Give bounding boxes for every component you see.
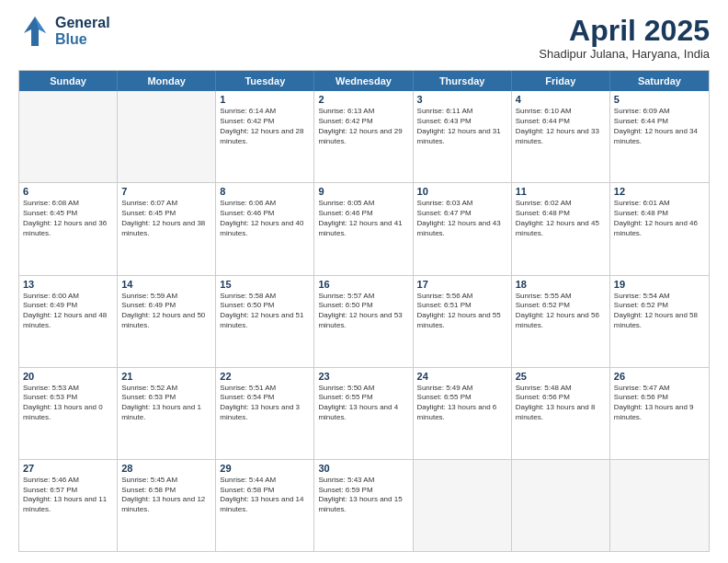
day-number: 22 bbox=[220, 371, 310, 382]
cell-info: Sunrise: 5:46 AM Sunset: 6:57 PM Dayligh… bbox=[23, 476, 113, 515]
day-number: 10 bbox=[417, 186, 507, 197]
cell-info: Sunrise: 6:14 AM Sunset: 6:42 PM Dayligh… bbox=[220, 107, 310, 146]
logo-general-text: General bbox=[55, 15, 110, 31]
cell-info: Sunrise: 6:06 AM Sunset: 6:46 PM Dayligh… bbox=[220, 199, 310, 238]
empty-cell bbox=[19, 91, 118, 182]
page: General Blue April 2025 Shadipur Julana,… bbox=[0, 0, 728, 563]
week-row-3: 13Sunrise: 6:00 AM Sunset: 6:49 PM Dayli… bbox=[19, 276, 709, 368]
calendar-subtitle: Shadipur Julana, Haryana, India bbox=[539, 47, 710, 61]
day-cell-2: 2Sunrise: 6:13 AM Sunset: 6:42 PM Daylig… bbox=[314, 91, 413, 182]
day-cell-7: 7Sunrise: 6:07 AM Sunset: 6:45 PM Daylig… bbox=[118, 183, 216, 274]
cell-info: Sunrise: 5:54 AM Sunset: 6:52 PM Dayligh… bbox=[614, 292, 705, 331]
day-number: 26 bbox=[614, 371, 705, 382]
logo-texts: General Blue bbox=[55, 15, 110, 47]
day-number: 23 bbox=[318, 371, 408, 382]
day-cell-13: 13Sunrise: 6:00 AM Sunset: 6:49 PM Dayli… bbox=[19, 276, 118, 367]
day-number: 13 bbox=[23, 279, 113, 290]
cell-info: Sunrise: 5:51 AM Sunset: 6:54 PM Dayligh… bbox=[220, 384, 310, 423]
day-cell-24: 24Sunrise: 5:49 AM Sunset: 6:55 PM Dayli… bbox=[414, 368, 512, 459]
day-number: 11 bbox=[516, 186, 606, 197]
cell-info: Sunrise: 5:58 AM Sunset: 6:50 PM Dayligh… bbox=[220, 292, 310, 331]
day-number: 28 bbox=[121, 463, 211, 474]
day-cell-17: 17Sunrise: 5:56 AM Sunset: 6:51 PM Dayli… bbox=[414, 276, 512, 367]
weekday-header-sunday: Sunday bbox=[19, 71, 118, 91]
day-number: 15 bbox=[220, 279, 310, 290]
day-cell-1: 1Sunrise: 6:14 AM Sunset: 6:42 PM Daylig… bbox=[216, 91, 314, 182]
cell-info: Sunrise: 6:10 AM Sunset: 6:44 PM Dayligh… bbox=[516, 107, 606, 146]
day-cell-28: 28Sunrise: 5:45 AM Sunset: 6:58 PM Dayli… bbox=[118, 460, 216, 551]
empty-cell bbox=[414, 460, 512, 551]
day-cell-27: 27Sunrise: 5:46 AM Sunset: 6:57 PM Dayli… bbox=[19, 460, 118, 551]
calendar: SundayMondayTuesdayWednesdayThursdayFrid… bbox=[18, 70, 710, 552]
cell-info: Sunrise: 5:44 AM Sunset: 6:58 PM Dayligh… bbox=[220, 476, 310, 515]
day-number: 7 bbox=[121, 186, 211, 197]
cell-info: Sunrise: 5:56 AM Sunset: 6:51 PM Dayligh… bbox=[417, 292, 507, 331]
cell-info: Sunrise: 6:03 AM Sunset: 6:47 PM Dayligh… bbox=[417, 199, 507, 238]
weekday-header-friday: Friday bbox=[512, 71, 610, 91]
week-row-5: 27Sunrise: 5:46 AM Sunset: 6:57 PM Dayli… bbox=[19, 460, 709, 551]
cell-info: Sunrise: 6:08 AM Sunset: 6:45 PM Dayligh… bbox=[23, 199, 113, 238]
day-cell-20: 20Sunrise: 5:53 AM Sunset: 6:53 PM Dayli… bbox=[19, 368, 118, 459]
day-number: 17 bbox=[417, 279, 507, 290]
cell-info: Sunrise: 5:49 AM Sunset: 6:55 PM Dayligh… bbox=[417, 384, 507, 423]
day-number: 3 bbox=[417, 94, 507, 105]
day-cell-4: 4Sunrise: 6:10 AM Sunset: 6:44 PM Daylig… bbox=[512, 91, 610, 182]
day-number: 4 bbox=[516, 94, 606, 105]
cell-info: Sunrise: 5:43 AM Sunset: 6:59 PM Dayligh… bbox=[318, 476, 408, 515]
day-cell-3: 3Sunrise: 6:11 AM Sunset: 6:43 PM Daylig… bbox=[414, 91, 512, 182]
day-cell-9: 9Sunrise: 6:05 AM Sunset: 6:46 PM Daylig… bbox=[314, 183, 413, 274]
weekday-header-saturday: Saturday bbox=[610, 71, 709, 91]
empty-cell bbox=[610, 460, 709, 551]
day-cell-8: 8Sunrise: 6:06 AM Sunset: 6:46 PM Daylig… bbox=[216, 183, 314, 274]
cell-info: Sunrise: 6:01 AM Sunset: 6:48 PM Dayligh… bbox=[614, 199, 705, 238]
day-cell-25: 25Sunrise: 5:48 AM Sunset: 6:56 PM Dayli… bbox=[512, 368, 610, 459]
empty-cell bbox=[512, 460, 610, 551]
cell-info: Sunrise: 5:52 AM Sunset: 6:53 PM Dayligh… bbox=[121, 384, 211, 423]
day-number: 6 bbox=[23, 186, 113, 197]
day-cell-21: 21Sunrise: 5:52 AM Sunset: 6:53 PM Dayli… bbox=[118, 368, 216, 459]
title-block: April 2025 Shadipur Julana, Haryana, Ind… bbox=[539, 15, 710, 61]
day-cell-29: 29Sunrise: 5:44 AM Sunset: 6:58 PM Dayli… bbox=[216, 460, 314, 551]
day-number: 12 bbox=[614, 186, 705, 197]
day-cell-11: 11Sunrise: 6:02 AM Sunset: 6:48 PM Dayli… bbox=[512, 183, 610, 274]
day-number: 27 bbox=[23, 463, 113, 474]
weekday-header-thursday: Thursday bbox=[414, 71, 512, 91]
day-number: 29 bbox=[220, 463, 310, 474]
cell-info: Sunrise: 6:02 AM Sunset: 6:48 PM Dayligh… bbox=[516, 199, 606, 238]
weekday-header-monday: Monday bbox=[118, 71, 216, 91]
cell-info: Sunrise: 6:07 AM Sunset: 6:45 PM Dayligh… bbox=[121, 199, 211, 238]
calendar-header-row: SundayMondayTuesdayWednesdayThursdayFrid… bbox=[19, 71, 709, 91]
cell-info: Sunrise: 5:50 AM Sunset: 6:55 PM Dayligh… bbox=[318, 384, 408, 423]
day-number: 21 bbox=[121, 371, 211, 382]
day-cell-5: 5Sunrise: 6:09 AM Sunset: 6:44 PM Daylig… bbox=[610, 91, 709, 182]
cell-info: Sunrise: 6:09 AM Sunset: 6:44 PM Dayligh… bbox=[614, 107, 705, 146]
day-number: 9 bbox=[318, 186, 408, 197]
logo-bird-icon bbox=[18, 15, 51, 48]
day-cell-15: 15Sunrise: 5:58 AM Sunset: 6:50 PM Dayli… bbox=[216, 276, 314, 367]
day-number: 8 bbox=[220, 186, 310, 197]
day-number: 16 bbox=[318, 279, 408, 290]
calendar-body: 1Sunrise: 6:14 AM Sunset: 6:42 PM Daylig… bbox=[19, 91, 709, 551]
weekday-header-wednesday: Wednesday bbox=[314, 71, 413, 91]
day-cell-23: 23Sunrise: 5:50 AM Sunset: 6:55 PM Dayli… bbox=[314, 368, 413, 459]
cell-info: Sunrise: 6:00 AM Sunset: 6:49 PM Dayligh… bbox=[23, 292, 113, 331]
day-cell-10: 10Sunrise: 6:03 AM Sunset: 6:47 PM Dayli… bbox=[414, 183, 512, 274]
day-number: 30 bbox=[318, 463, 408, 474]
day-cell-6: 6Sunrise: 6:08 AM Sunset: 6:45 PM Daylig… bbox=[19, 183, 118, 274]
day-cell-26: 26Sunrise: 5:47 AM Sunset: 6:56 PM Dayli… bbox=[610, 368, 709, 459]
day-cell-19: 19Sunrise: 5:54 AM Sunset: 6:52 PM Dayli… bbox=[610, 276, 709, 367]
week-row-1: 1Sunrise: 6:14 AM Sunset: 6:42 PM Daylig… bbox=[19, 91, 709, 183]
day-cell-18: 18Sunrise: 5:55 AM Sunset: 6:52 PM Dayli… bbox=[512, 276, 610, 367]
day-cell-16: 16Sunrise: 5:57 AM Sunset: 6:50 PM Dayli… bbox=[314, 276, 413, 367]
logo-blue-text: Blue bbox=[55, 31, 110, 48]
day-number: 1 bbox=[220, 94, 310, 105]
day-number: 2 bbox=[318, 94, 408, 105]
empty-cell bbox=[118, 91, 216, 182]
day-number: 24 bbox=[417, 371, 507, 382]
week-row-4: 20Sunrise: 5:53 AM Sunset: 6:53 PM Dayli… bbox=[19, 368, 709, 460]
cell-info: Sunrise: 5:45 AM Sunset: 6:58 PM Dayligh… bbox=[121, 476, 211, 515]
weekday-header-tuesday: Tuesday bbox=[216, 71, 314, 91]
day-cell-22: 22Sunrise: 5:51 AM Sunset: 6:54 PM Dayli… bbox=[216, 368, 314, 459]
day-number: 18 bbox=[516, 279, 606, 290]
header: General Blue April 2025 Shadipur Julana,… bbox=[18, 15, 710, 61]
